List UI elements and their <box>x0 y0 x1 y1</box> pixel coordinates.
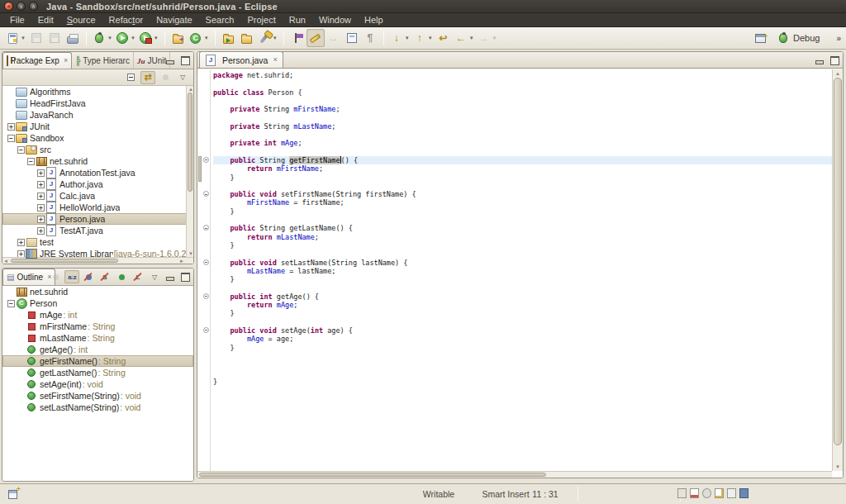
show-whitespace-icon[interactable]: ¶ <box>361 29 379 47</box>
scroll-left-icon[interactable]: ◄ <box>3 258 8 264</box>
debug-icon[interactable]: ▼ <box>91 29 114 47</box>
sort-icon[interactable]: a↓z <box>64 270 79 283</box>
collapse-all-icon[interactable] <box>123 71 138 84</box>
code-line[interactable]: } <box>213 241 834 250</box>
hide-static-icon[interactable]: S <box>97 270 112 283</box>
editor-tab-person-java[interactable]: Person.java × <box>199 51 283 68</box>
minimize-icon[interactable] <box>164 272 176 282</box>
package-explorer-tree[interactable]: ▲ ▼ ◄ ► AlgorithmsHeadFirstJavaJavaRanch… <box>2 86 193 264</box>
dropdown-arrow-icon[interactable]: ▼ <box>154 36 159 40</box>
window-maximize-icon[interactable]: ∧ <box>29 2 38 11</box>
tree-item-helloworld-java[interactable]: +HelloWorld.java <box>2 202 193 213</box>
maximize-icon[interactable] <box>179 272 191 282</box>
expander-icon[interactable]: − <box>7 300 16 307</box>
code-line[interactable]: } <box>213 174 834 182</box>
hide-non-public-icon[interactable] <box>114 270 129 283</box>
code-line[interactable]: public int getAge() { <box>213 292 834 301</box>
editor-hscrollbar[interactable] <box>197 471 832 478</box>
code-line[interactable]: public String getLastName() { <box>213 224 834 232</box>
previous-annotation-icon[interactable]: ↑▼ <box>411 29 435 47</box>
expander-icon[interactable]: + <box>36 169 45 177</box>
code-line[interactable] <box>213 283 834 292</box>
perspective-overflow-chevron[interactable]: » <box>836 34 841 43</box>
code-line[interactable] <box>213 131 834 139</box>
hide-local-types-icon[interactable]: L <box>131 270 145 283</box>
menu-run[interactable]: Run <box>283 13 312 27</box>
fold-collapse-icon[interactable] <box>203 191 209 197</box>
code-line[interactable] <box>213 97 834 105</box>
menu-search[interactable]: Search <box>199 13 241 27</box>
tree-item-annotationtest-java[interactable]: +AnnotationTest.java <box>2 167 193 178</box>
run-external-icon[interactable]: ▼ <box>137 29 160 47</box>
expander-icon[interactable]: + <box>36 216 45 223</box>
code-line[interactable]: mLastName = lastName; <box>213 267 834 275</box>
debug-perspective-button[interactable]: Debug <box>772 30 825 46</box>
expander-icon[interactable]: − <box>7 135 16 142</box>
new-class-icon[interactable]: C▼ <box>188 29 211 47</box>
tree-item-person[interactable]: −Person <box>2 297 193 309</box>
menu-file[interactable]: File <box>3 13 31 27</box>
code-line[interactable]: return mFirstName; <box>213 164 834 173</box>
open-perspective-icon[interactable] <box>753 31 767 45</box>
scroll-up-icon[interactable]: ▲ <box>188 86 193 93</box>
code-line[interactable] <box>213 148 834 156</box>
dropdown-arrow-icon[interactable]: ▼ <box>131 36 135 40</box>
tree-item-algorithms[interactable]: Algorithms <box>2 86 193 97</box>
open-resource-icon[interactable] <box>238 29 256 47</box>
code-line[interactable] <box>213 182 834 190</box>
tree-item-net-suhrid[interactable]: net.suhrid <box>2 286 193 297</box>
package-explorer-vscrollbar[interactable]: ▲ ▼ <box>186 86 193 264</box>
minimize-icon[interactable] <box>814 55 825 65</box>
dropdown-arrow-icon[interactable]: ▼ <box>405 36 410 40</box>
expander-icon[interactable]: + <box>17 239 26 246</box>
close-icon[interactable]: × <box>273 56 277 64</box>
code-area[interactable]: package net.suhrid;public class Person {… <box>213 71 834 386</box>
tree-item-testat-java[interactable]: +TestAT.java <box>2 225 193 236</box>
code-line[interactable]: } <box>213 309 834 317</box>
search-icon[interactable]: ▼ <box>256 29 279 47</box>
code-line[interactable] <box>213 318 834 326</box>
fast-view-icon[interactable] <box>8 490 17 499</box>
menu-help[interactable]: Help <box>358 13 390 27</box>
tree-item-mlastname[interactable]: mLastName : String <box>2 332 193 344</box>
maximize-icon[interactable] <box>829 55 840 65</box>
hide-fields-icon[interactable] <box>81 270 96 283</box>
code-line[interactable] <box>213 79 834 88</box>
dropdown-arrow-icon[interactable]: ▼ <box>469 36 474 40</box>
scroll-down-icon[interactable]: ▼ <box>835 464 840 470</box>
menu-refactor[interactable]: Refactor <box>102 13 150 27</box>
code-line[interactable] <box>213 368 834 377</box>
scroll-up-icon[interactable]: ▲ <box>835 70 840 77</box>
tree-item-net-suhrid[interactable]: −net.suhrid <box>2 155 193 167</box>
tree-item-author-java[interactable]: +Author.java <box>2 178 193 190</box>
print-icon[interactable] <box>64 29 82 47</box>
expander-icon[interactable]: + <box>36 181 45 188</box>
fold-collapse-icon[interactable] <box>203 327 209 333</box>
new-java-project-icon[interactable] <box>169 29 188 47</box>
image-icon[interactable] <box>690 488 699 498</box>
tree-item-sandbox[interactable]: −Sandbox <box>2 132 193 144</box>
link-with-editor-icon[interactable]: ⇄ <box>140 71 155 84</box>
mark-occurrences-icon[interactable] <box>307 29 325 47</box>
tree-item-mfirstname[interactable]: mFirstName : String <box>2 321 193 332</box>
tree-item-mage[interactable]: mAge : int <box>2 309 193 321</box>
expander-icon[interactable]: + <box>36 227 45 235</box>
dropdown-arrow-icon[interactable]: ▼ <box>273 36 278 40</box>
code-line[interactable]: mFirstName = firstName; <box>213 198 834 207</box>
window-close-icon[interactable]: × <box>4 2 13 11</box>
run-icon[interactable]: ▼ <box>114 29 137 47</box>
fold-collapse-icon[interactable] <box>203 157 209 163</box>
expander-icon[interactable]: − <box>17 146 26 154</box>
fold-collapse-icon[interactable] <box>203 293 209 299</box>
code-line[interactable]: } <box>213 207 834 216</box>
pin-editor-icon[interactable] <box>288 29 307 47</box>
code-line[interactable] <box>213 352 834 360</box>
globe-icon[interactable] <box>702 488 711 498</box>
console-icon[interactable] <box>677 488 687 498</box>
code-line[interactable]: public void setAge(int age) { <box>213 326 834 335</box>
tree-item-setlastname-string-[interactable]: setLastName(String) : void <box>2 402 193 413</box>
code-line[interactable]: public void setLastName(String lastName)… <box>213 259 834 267</box>
tree-item-person-java[interactable]: +Person.java <box>2 213 193 225</box>
window-minimize-icon[interactable]: ∨ <box>17 2 26 11</box>
dropdown-arrow-icon[interactable]: ▼ <box>21 36 26 40</box>
